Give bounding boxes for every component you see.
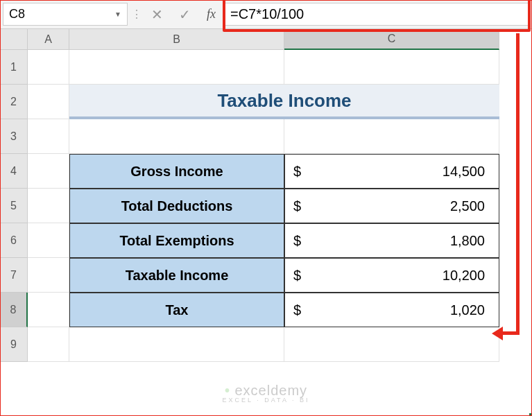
col-header-a[interactable]: A — [28, 29, 69, 50]
cell-a1[interactable] — [28, 50, 69, 85]
label-taxable-income[interactable]: Taxable Income — [69, 258, 284, 293]
row-header-6[interactable]: 6 — [0, 223, 28, 258]
cell-a4[interactable] — [28, 154, 69, 189]
label-tax[interactable]: Tax — [69, 293, 284, 327]
fx-icon[interactable]: fx — [198, 0, 224, 28]
fill-handle-icon[interactable] — [529, 413, 532, 416]
row-header-1[interactable]: 1 — [0, 50, 28, 85]
row-header-4[interactable]: 4 — [0, 154, 28, 189]
spreadsheet-grid: A B C 1 2 Taxable Income 3 4 Gross Incom… — [0, 29, 532, 362]
dropdown-icon[interactable]: ▼ — [114, 10, 121, 18]
cell-a7[interactable] — [28, 258, 69, 293]
value-total-exemptions[interactable]: $ 1,800 — [284, 223, 499, 258]
cell-a9[interactable] — [28, 327, 69, 362]
row-header-5[interactable]: 5 — [0, 189, 28, 223]
row-header-3[interactable]: 3 — [0, 119, 28, 154]
row-header-2[interactable]: 2 — [0, 85, 28, 119]
select-all-corner[interactable] — [0, 29, 28, 50]
cell-c1[interactable] — [284, 50, 499, 85]
label-gross-income[interactable]: Gross Income — [69, 154, 284, 189]
cell-a2[interactable] — [28, 85, 69, 119]
value-total-deductions[interactable]: $ 2,500 — [284, 189, 499, 223]
cell-a8[interactable] — [28, 293, 69, 327]
value-gross-income[interactable]: $ 14,500 — [284, 154, 499, 189]
formula-text: =C7*10/100 — [230, 6, 304, 22]
cell-c3[interactable] — [284, 119, 499, 154]
confirm-icon[interactable]: ✓ — [171, 0, 198, 28]
cell-b3[interactable] — [69, 119, 284, 154]
cell-a3[interactable] — [28, 119, 69, 154]
col-header-b[interactable]: B — [69, 29, 284, 50]
row-header-9[interactable]: 9 — [0, 327, 28, 362]
cell-a5[interactable] — [28, 189, 69, 223]
value-taxable-income[interactable]: $ 10,200 — [284, 258, 499, 293]
label-total-exemptions[interactable]: Total Exemptions — [69, 223, 284, 258]
formula-bar: C8 ▼ ⋮ ✕ ✓ fx =C7*10/100 — [0, 0, 532, 29]
cell-a6[interactable] — [28, 223, 69, 258]
col-header-c[interactable]: C — [284, 29, 499, 50]
arrow-icon — [492, 327, 503, 340]
label-total-deductions[interactable]: Total Deductions — [69, 189, 284, 223]
name-box-value: C8 — [9, 7, 25, 21]
cell-b1[interactable] — [69, 50, 284, 85]
value-tax[interactable]: $ 1,020 — [284, 293, 499, 327]
row-header-8[interactable]: 8 — [0, 293, 28, 327]
watermark: • exceldemy EXCEL · DATA · BI — [223, 383, 310, 404]
cell-b9[interactable] — [69, 327, 284, 362]
separator-icon: ⋮ — [130, 0, 143, 28]
name-box[interactable]: C8 ▼ — [3, 3, 128, 26]
formula-input[interactable]: =C7*10/100 — [224, 3, 529, 26]
title-cell[interactable]: Taxable Income — [69, 85, 499, 119]
cell-c9[interactable] — [284, 327, 499, 362]
cancel-icon[interactable]: ✕ — [143, 0, 171, 28]
title-text: Taxable Income — [217, 90, 351, 112]
row-header-7[interactable]: 7 — [0, 258, 28, 293]
connector-line-vertical — [516, 33, 520, 333]
